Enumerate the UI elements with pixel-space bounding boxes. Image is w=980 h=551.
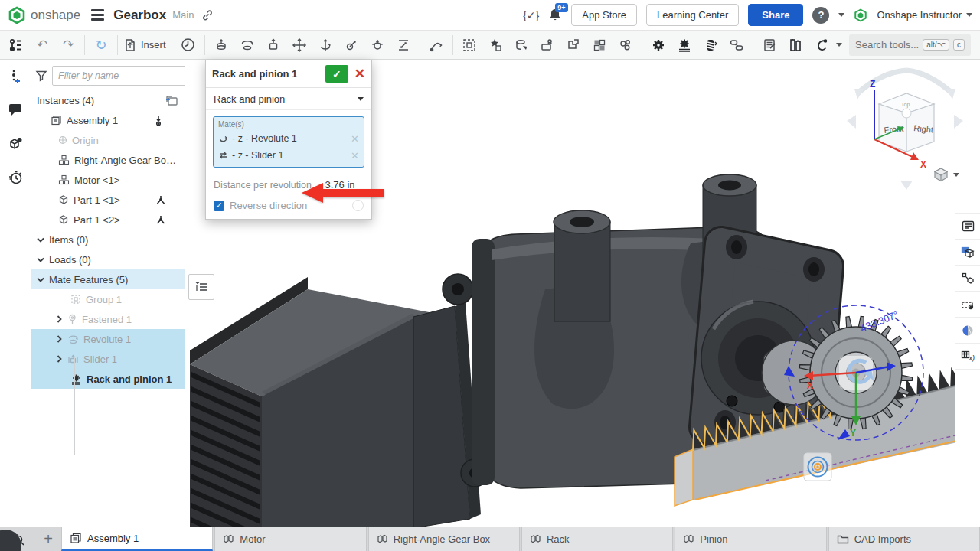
- chevron-down-icon[interactable]: [37, 276, 44, 283]
- tab-right-angle-gear-box[interactable]: Right-Angle Gear Box: [368, 527, 520, 551]
- motor-model[interactable]: [190, 274, 488, 527]
- cancel-button[interactable]: ✕: [354, 67, 365, 80]
- tree-row-group1[interactable]: Group 1: [31, 289, 185, 309]
- pin-slot-mate-icon[interactable]: [338, 34, 364, 57]
- relation-type-dropdown[interactable]: Rack and pinion: [206, 88, 371, 110]
- parts-help-panel-icon[interactable]: ?: [0, 127, 31, 161]
- help-caret-icon[interactable]: [838, 13, 844, 17]
- external-parts-icon[interactable]: [560, 34, 586, 57]
- insert-button[interactable]: Insert: [121, 34, 168, 57]
- tree-row-fastened1[interactable]: Fastened 1: [31, 309, 185, 329]
- panel-configurations-icon[interactable]: [956, 240, 980, 266]
- exploded-view-icon[interactable]: [482, 34, 508, 57]
- mate-connector-icon[interactable]: [423, 34, 449, 57]
- chevron-down-icon[interactable]: [37, 236, 44, 243]
- planar-mate-icon[interactable]: [286, 34, 312, 57]
- tab-rack[interactable]: Rack: [521, 527, 673, 551]
- panel-notes-icon[interactable]: [956, 214, 980, 240]
- instances-flyout-button[interactable]: [188, 274, 214, 300]
- chevron-right-icon[interactable]: [55, 335, 63, 343]
- mate-entry-slider[interactable]: - z - Slider 1 ✕: [218, 147, 359, 164]
- fixed-anchor-icon[interactable]: [154, 115, 163, 126]
- view-options-button[interactable]: [933, 167, 959, 182]
- panel-custom-tables-icon[interactable]: x): [956, 344, 980, 370]
- tree-row-part1[interactable]: Part 1 <1>: [31, 190, 185, 210]
- tree-row-origin[interactable]: Origin: [31, 130, 185, 150]
- search-tools-box[interactable]: Search tools... alt/⌥ c: [849, 34, 971, 56]
- new-tab-button[interactable]: +: [35, 527, 61, 551]
- belt-relation-icon[interactable]: [724, 34, 750, 57]
- fastened-mate-icon[interactable]: [208, 34, 234, 57]
- learning-center-button[interactable]: Learning Center: [646, 4, 739, 26]
- distance-input[interactable]: 3.76 in: [316, 178, 364, 192]
- assembly-structure-icon[interactable]: [3, 34, 29, 57]
- help-button[interactable]: ?: [812, 7, 829, 24]
- feature-script-icon[interactable]: {✓}: [523, 9, 539, 21]
- appearances-icon[interactable]: [612, 34, 639, 57]
- snap-mode-icon[interactable]: [808, 34, 835, 57]
- filter-funnel-icon[interactable]: [35, 70, 47, 82]
- tree-row-motor[interactable]: Motor <1>: [31, 170, 185, 190]
- branch-name[interactable]: Main: [172, 9, 194, 21]
- rollback-refresh-button[interactable]: ↻: [88, 34, 114, 57]
- tree-row-slider1[interactable]: Slider 1: [31, 349, 185, 369]
- mate-connector-panel-icon[interactable]: [0, 60, 31, 93]
- slider-mate-icon[interactable]: [260, 34, 286, 57]
- tab-assembly-1[interactable]: Assembly 1: [61, 527, 213, 551]
- tree-row-part2[interactable]: Part 1 <2>: [31, 210, 185, 230]
- document-title[interactable]: Gearbox: [113, 8, 166, 23]
- undo-button[interactable]: ↶: [29, 34, 55, 57]
- revert-clock-icon[interactable]: [175, 34, 201, 57]
- document-menu-icon[interactable]: [91, 9, 104, 21]
- onshape-logo-icon[interactable]: [8, 6, 26, 24]
- snap-mode-caret-icon[interactable]: [836, 43, 842, 47]
- tab-motor[interactable]: Motor: [214, 527, 366, 551]
- chevron-right-icon[interactable]: [55, 355, 63, 363]
- insert-instance-icon[interactable]: [165, 95, 178, 106]
- ball-mate-icon[interactable]: [364, 34, 390, 57]
- account-menu[interactable]: Onshape Instructor: [877, 9, 972, 21]
- tree-row-assembly[interactable]: Assembly 1: [31, 110, 185, 130]
- app-store-button[interactable]: App Store: [571, 4, 637, 26]
- bom-icon[interactable]: [756, 34, 782, 57]
- tree-row-revolute1[interactable]: Revolute 1: [31, 329, 185, 349]
- rack-pinion-relation-icon[interactable]: [671, 34, 697, 57]
- notifications-bell-icon[interactable]: 9+: [548, 8, 562, 22]
- insert-in-context-icon[interactable]: [534, 34, 560, 57]
- mate-entry-revolute[interactable]: - z - Revolute 1 ✕: [218, 130, 359, 147]
- redo-button[interactable]: ↷: [55, 34, 81, 57]
- panel-derived-icon[interactable]: [956, 266, 980, 292]
- mates-selection-box[interactable]: Mate(s) - z - Revolute 1 ✕ - z - Slider …: [213, 116, 364, 168]
- screw-relation-icon[interactable]: [697, 34, 724, 57]
- chevron-right-icon[interactable]: [55, 315, 63, 323]
- reverse-direction-checkbox[interactable]: ✓: [214, 201, 224, 211]
- loads-section-header[interactable]: Loads (0): [31, 249, 185, 269]
- interference-icon[interactable]: [782, 34, 808, 57]
- remove-mate-icon[interactable]: ✕: [351, 133, 359, 145]
- comments-panel-icon[interactable]: [0, 93, 31, 127]
- tree-row-gearbox[interactable]: Right-Angle Gear Box ...: [31, 150, 185, 170]
- cylindrical-mate-icon[interactable]: [312, 34, 338, 57]
- tree-row-rack-and-pinion1[interactable]: Rack and pinion 1: [31, 369, 185, 389]
- panel-sketch-icon[interactable]: [956, 292, 980, 318]
- chevron-down-icon[interactable]: [37, 256, 44, 263]
- named-positions-icon[interactable]: [508, 34, 534, 57]
- history-stopwatch-icon[interactable]: [0, 161, 31, 194]
- items-section-header[interactable]: Items (0): [31, 230, 185, 249]
- parallel-mate-icon[interactable]: [390, 34, 416, 57]
- gear-relation-icon[interactable]: [645, 34, 671, 57]
- instances-section-header[interactable]: Instances (4): [31, 90, 185, 110]
- confirm-button[interactable]: ✓: [325, 65, 348, 83]
- link-icon[interactable]: [201, 9, 214, 21]
- revolute-mate-icon[interactable]: [234, 34, 260, 57]
- group-tool-icon[interactable]: [456, 34, 482, 57]
- view-cube-faces[interactable]: Top Front Right: [879, 93, 934, 152]
- remove-mate-icon[interactable]: ✕: [351, 150, 359, 161]
- share-button[interactable]: Share: [748, 4, 803, 26]
- tab-cad-imports[interactable]: CAD Imports: [828, 527, 980, 551]
- display-states-icon[interactable]: [586, 34, 612, 57]
- filter-input[interactable]: [52, 66, 189, 86]
- panel-appearance-icon[interactable]: [956, 318, 980, 344]
- tab-pinion[interactable]: Pinion: [675, 527, 826, 551]
- mate-features-section-header[interactable]: Mate Features (5): [31, 269, 185, 289]
